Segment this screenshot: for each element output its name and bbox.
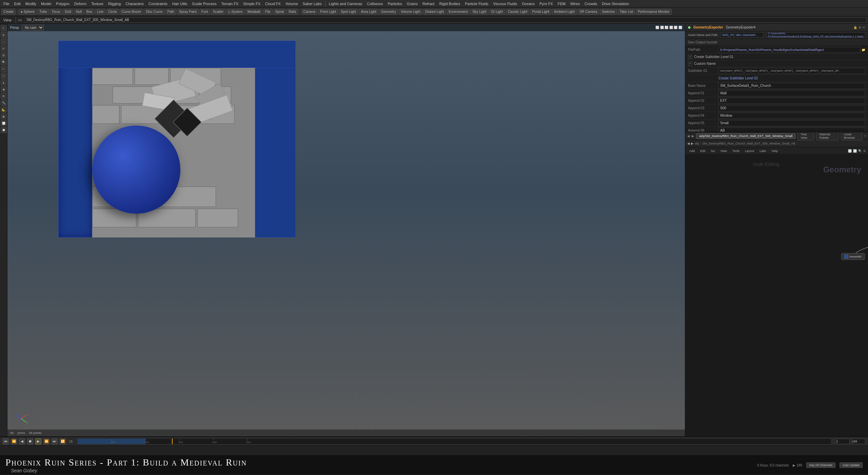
menu-deform[interactable]: Deform bbox=[72, 1, 88, 6]
tool-geometry[interactable]: Geometry bbox=[379, 9, 398, 15]
menu-cloudfx[interactable]: Cloud FX bbox=[263, 1, 283, 6]
tool-path[interactable]: Path bbox=[165, 9, 177, 15]
filepath-value[interactable]: D:/Projects/Phoenix_Ruin/3D/Phoenix_Houd… bbox=[718, 47, 860, 53]
menu-pyrofx[interactable]: Pyro FX bbox=[537, 1, 555, 6]
append03-value[interactable]: S00 bbox=[718, 105, 865, 111]
menu-viscousfluids[interactable]: Viscous Fluids bbox=[491, 1, 519, 6]
viewport[interactable]: Persp No cam ⬜ ⬜ ⬜ ⬜ ⬜ ⬜ bbox=[7, 24, 685, 436]
tool-takelist[interactable]: Take List bbox=[618, 9, 635, 15]
left-tool-9[interactable]: ◆ bbox=[1, 86, 7, 92]
ng-edit[interactable]: Edit bbox=[698, 149, 708, 153]
menu-wires[interactable]: Wires bbox=[568, 1, 582, 6]
left-tool-12[interactable]: 📐 bbox=[1, 107, 7, 113]
tool-torus[interactable]: Torus bbox=[50, 9, 62, 15]
key-all-channels-btn[interactable]: Key All Channels bbox=[806, 462, 835, 468]
tool-line[interactable]: Line bbox=[95, 9, 105, 15]
left-tool-4[interactable]: ⊞ bbox=[1, 52, 7, 58]
tool-arealight[interactable]: Area Light bbox=[359, 9, 378, 15]
tool-perfmonitor[interactable]: Performance Monitor bbox=[636, 9, 671, 15]
node-nav-back[interactable]: ◀ bbox=[687, 142, 690, 145]
menu-crowds[interactable]: Crowds bbox=[583, 1, 599, 6]
tool-box[interactable]: Box bbox=[84, 9, 94, 15]
tool-curvebezier[interactable]: Curve Bezier bbox=[120, 9, 143, 15]
ng-layout-icon2[interactable]: ⬜ bbox=[853, 149, 857, 153]
left-tool-5[interactable]: 🔍 bbox=[1, 59, 7, 65]
menu-edit[interactable]: Edit bbox=[12, 1, 23, 6]
tl-playback-btn[interactable]: ◀ bbox=[19, 438, 25, 444]
tool-create[interactable]: Create bbox=[1, 9, 16, 15]
menu-guideprocess[interactable]: Guide Process bbox=[190, 1, 218, 6]
menu-rigging[interactable]: Rigging bbox=[106, 1, 123, 6]
menu-drivesim[interactable]: Drive Simulation bbox=[600, 1, 631, 6]
tool-metaball[interactable]: Metaball bbox=[245, 9, 262, 15]
left-tool-select[interactable]: ↖ bbox=[1, 25, 7, 31]
timeline-bar-area[interactable]: 100 200 300 400 500 bbox=[77, 438, 831, 444]
ng-layout[interactable]: Layout bbox=[743, 149, 756, 153]
tool-portallight[interactable]: Portal Light bbox=[530, 9, 551, 15]
tool-skylight[interactable]: Sky Light bbox=[470, 9, 488, 15]
menu-particles[interactable]: Particles bbox=[386, 1, 404, 6]
tool-vrcamera[interactable]: VR Camera bbox=[577, 9, 599, 15]
append04-value[interactable]: Window bbox=[718, 113, 865, 119]
tool-gilight[interactable]: GI Light bbox=[489, 9, 505, 15]
viewport-path-input[interactable] bbox=[25, 17, 867, 23]
tool-disccurve[interactable]: Disc Curve bbox=[144, 9, 165, 15]
panel-settings-icon[interactable]: ⚙ bbox=[859, 26, 861, 29]
left-tool-13[interactable]: ◉ bbox=[1, 113, 7, 119]
append06-value[interactable]: AB bbox=[718, 128, 865, 133]
checkbox-customname-box[interactable]: ✓ bbox=[688, 62, 692, 66]
tool-spiral[interactable]: Spiral bbox=[273, 9, 286, 15]
node-nav-forward[interactable]: ▶ bbox=[691, 142, 693, 145]
basename-value[interactable]: SM_SurfaceDetail1_Ruin_Church bbox=[718, 83, 865, 89]
append05-value[interactable]: Small bbox=[718, 120, 865, 126]
node-path-obj[interactable]: obj bbox=[695, 142, 699, 145]
tool-pointlight[interactable]: Point Light bbox=[318, 9, 338, 15]
menu-collisions[interactable]: Collisions bbox=[365, 1, 385, 6]
node-path-current[interactable]: SM_DestroyRBO_Ruin_Church_Wall_EXT_S00_W… bbox=[703, 142, 795, 145]
tool-sphere[interactable]: ● Sphere bbox=[19, 9, 37, 15]
menu-lights[interactable]: Lights and Cameras bbox=[327, 1, 364, 6]
filepath-browse-icon[interactable]: 📁 bbox=[862, 48, 865, 52]
ng-tools[interactable]: Tools bbox=[730, 149, 742, 153]
left-tool-14[interactable]: ⬜ bbox=[1, 120, 7, 126]
create-subfolder02-btn[interactable]: Create Subfolder Level 02 bbox=[718, 76, 758, 80]
tool-distantlight[interactable]: Distant Light bbox=[423, 9, 446, 15]
left-tool-1[interactable]: ⊕ bbox=[1, 32, 7, 38]
tool-file[interactable]: File bbox=[263, 9, 273, 15]
left-tool-7[interactable]: ⬡ bbox=[1, 73, 7, 79]
left-tool-8[interactable]: ▲ bbox=[1, 79, 7, 86]
menu-fem[interactable]: FEM bbox=[556, 1, 568, 6]
tl-play-btn[interactable]: ▶ bbox=[35, 438, 41, 444]
tab-assetbrowser[interactable]: Asset Browser bbox=[841, 132, 862, 140]
node-timeshift5[interactable]: timeshift5 bbox=[841, 253, 865, 260]
left-tool-11[interactable]: 🔧 bbox=[1, 100, 7, 106]
tl-nextkey-btn[interactable]: ⏩ bbox=[43, 438, 50, 444]
menu-modify[interactable]: Modify bbox=[23, 1, 38, 6]
menu-constraints[interactable]: Constraints bbox=[146, 1, 170, 6]
tl-stop-btn[interactable]: ⏹ bbox=[27, 438, 33, 444]
auto-update-btn[interactable]: Auto Update bbox=[840, 462, 863, 468]
left-tool-3[interactable]: ⟳ bbox=[1, 45, 7, 52]
tab-add-icon[interactable]: + bbox=[864, 134, 866, 138]
tool-spraypaint[interactable]: Spray Paint bbox=[177, 9, 199, 15]
left-tool-15[interactable]: 🔲 bbox=[1, 127, 7, 133]
tl-prevkey-btn[interactable]: ⏪ bbox=[11, 438, 17, 444]
ng-add[interactable]: Add bbox=[687, 149, 697, 153]
path-view-label[interactable]: View bbox=[1, 17, 14, 23]
ng-layout-icon1[interactable]: ⬜ bbox=[848, 149, 852, 153]
left-tool-6[interactable]: ✂ bbox=[1, 66, 7, 72]
tool-scatter[interactable]: Scatter bbox=[211, 9, 226, 15]
tab-materialpalette[interactable]: Material Palette bbox=[816, 132, 839, 140]
tab-nav-right[interactable]: ▶ bbox=[692, 134, 694, 138]
tool-environment[interactable]: Environment bbox=[447, 9, 470, 15]
menu-file[interactable]: File bbox=[1, 1, 12, 6]
menu-polygon[interactable]: Polygon bbox=[54, 1, 72, 6]
menu-simplefx[interactable]: Simple FX bbox=[241, 1, 262, 6]
ng-help[interactable]: Help bbox=[769, 149, 780, 153]
ng-view[interactable]: View bbox=[718, 149, 729, 153]
menu-grains[interactable]: Grains bbox=[405, 1, 420, 6]
tool-camera[interactable]: Camera bbox=[301, 9, 318, 15]
tool-causticlight[interactable]: Caustic Light bbox=[506, 9, 530, 15]
panel-lock-icon[interactable]: 🔒 bbox=[853, 26, 857, 29]
tool-rails[interactable]: Rails bbox=[287, 9, 298, 15]
